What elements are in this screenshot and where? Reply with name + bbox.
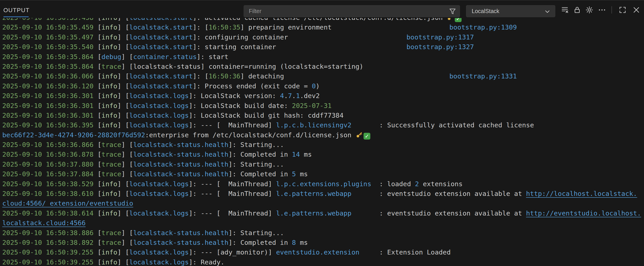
log-text-segment: ] preparing environment (240, 23, 332, 31)
log-text-segment: [ (98, 18, 102, 21)
log-url-link[interactable]: localstack.cloud:4566 (2, 219, 86, 227)
log-text-segment: ]: LocalStack version: (189, 92, 280, 100)
log-text-segment: ] [ (121, 239, 133, 246)
log-text-segment: info (102, 112, 117, 119)
log-text-segment: ] [ (121, 170, 133, 178)
log-text-segment: [ (98, 239, 102, 246)
log-text-segment: : Extension Loaded (360, 249, 451, 256)
log-text-segment: 2 (415, 180, 419, 188)
log-line: 2025-09-10 16:50:35.540 [info] [localsta… (0, 42, 644, 52)
log-text-segment: ] [ (118, 121, 130, 129)
log-text-segment: ]: Completed in (228, 150, 292, 158)
log-text-segment: localstack-status.health (133, 239, 228, 246)
log-text-segment: ms (300, 150, 312, 158)
expand-icon[interactable] (618, 6, 626, 14)
tab-output-active-underline (4, 16, 29, 17)
log-url-link[interactable]: http://eventstudio.localhost. (526, 209, 641, 217)
log-text-segment: [ (98, 63, 102, 70)
log-text-segment: ] [ (118, 33, 130, 41)
log-text-segment: : eventstudio extension available at (351, 209, 526, 217)
panel-toolbar: OUTPUT LocalStack (0, 0, 644, 18)
filter-input[interactable] (244, 5, 447, 17)
log-text-segment: :enterprise from /etc/localstack/conf.d/… (145, 131, 356, 139)
output-log-viewport[interactable]: 2025-09-10 16:50:35.458 [info] [localsta… (0, 18, 644, 266)
log-text-segment: ]: starting container (193, 43, 276, 51)
log-text-segment: 2025-09-10 16:50:35.459 (2, 23, 98, 31)
source-location-link[interactable]: bootstrap.py:1317 (406, 32, 474, 42)
lock-icon[interactable] (573, 6, 581, 14)
close-icon[interactable] (632, 6, 640, 14)
log-line: 2025-09-10 16:50:36.301 [info] [localsta… (0, 91, 644, 101)
log-text-segment: localstack-status.health (133, 170, 228, 178)
log-url-link[interactable]: cloud:4566/_extension/eventstudio (2, 200, 133, 207)
log-url-link[interactable]: http://localhost.localstack. (526, 190, 637, 197)
source-location-link[interactable]: bootstrap.py:1309 (449, 22, 517, 32)
log-text-segment: localstack.start (129, 43, 192, 51)
log-text-segment: info (102, 102, 117, 110)
log-line: 2025-09-10 16:50:36.878 [trace] [localst… (0, 150, 644, 159)
log-text-segment: localstack.logs (129, 112, 189, 119)
log-text-segment: 5 (292, 170, 296, 178)
log-text-segment: 2025-09-10 16:50:37.880 (2, 160, 98, 168)
log-text-segment: trace (102, 150, 121, 158)
log-text-segment: ] [ (118, 92, 130, 100)
log-text-segment: [ (98, 150, 102, 158)
log-text-segment: debug (102, 53, 121, 61)
log-text-segment: : loaded (371, 180, 415, 188)
log-text-segment: [ (98, 249, 102, 256)
log-text-segment: [ (98, 72, 102, 80)
log-text-segment: ]: [ (193, 72, 209, 80)
log-text-segment: ] [ (118, 18, 130, 21)
log-text-segment: info (102, 33, 117, 41)
log-text-segment: ]: Process ended (exit code = (193, 82, 312, 90)
log-text-segment: trace (102, 141, 121, 148)
log-text-segment: 2025-09-10 16:50:38.886 (2, 229, 98, 237)
log-line: 2025-09-10 16:50:36.301 [info] [localsta… (0, 101, 644, 111)
log-text-segment: 2025-09-10 16:50:38.614 (2, 209, 98, 217)
log-text-segment: [ (98, 170, 102, 178)
log-line: 2025-09-10 16:50:35.864 [debug] [contain… (0, 52, 644, 62)
log-text-segment: ]: --- [ MainThread] (189, 209, 276, 217)
log-text-segment: localstack.start (129, 23, 192, 31)
source-location-link[interactable]: bootstrap.py:1331 (449, 71, 517, 81)
check-emoji: ✓ (455, 18, 462, 22)
clear-output-icon[interactable] (561, 6, 569, 14)
log-text-segment: l.e.patterns.webapp (276, 209, 352, 217)
log-text-segment: localstack.start (129, 18, 192, 21)
log-text-segment: 2025-09-10 16:50:36.301 (2, 102, 98, 110)
ellipsis-icon[interactable] (598, 6, 606, 14)
log-text-segment: ] [ (118, 102, 130, 110)
log-line: 2025-09-10 16:50:38.610 [info] [localsta… (0, 189, 644, 199)
log-text-segment: 0 (312, 82, 316, 90)
log-text-segment: ]: activated cached license /etc/localst… (193, 18, 447, 21)
log-text-segment: extensions (419, 180, 462, 188)
log-text-segment: ms (296, 239, 308, 246)
source-location-link[interactable]: bootstrap.py:1327 (406, 42, 474, 52)
log-line: 2025-09-10 16:50:38.892 [trace] [localst… (0, 238, 644, 248)
gear-icon[interactable] (585, 6, 594, 14)
log-text-segment: info (102, 180, 117, 188)
log-text-segment: 4 (280, 92, 284, 100)
tab-output[interactable]: OUTPUT (4, 7, 30, 14)
log-line: 2025-09-10 16:50:38.614 [info] [localsta… (0, 209, 644, 218)
log-text-segment: [ (98, 190, 102, 197)
output-channel-select[interactable]: LocalStack (466, 5, 555, 17)
log-text-segment: ] [ (118, 249, 130, 256)
log-text-segment: trace (102, 229, 121, 237)
log-text-segment: ]: --- [ady_monitor)] (189, 249, 276, 256)
log-line: 2025-09-10 16:50:38.529 [info] [localsta… (0, 179, 644, 189)
log-text-segment: ] [ (118, 23, 130, 31)
funnel-icon[interactable] (448, 7, 456, 15)
log-text-segment: ]: Starting... (228, 229, 284, 237)
log-text-segment: [ (98, 180, 102, 188)
log-text-segment: 2025-09-10 16:50:35.458 (2, 18, 98, 21)
log-text-segment: info (102, 249, 117, 256)
log-text-segment: ]: Completed in (228, 170, 292, 178)
log-text-segment: [ (98, 92, 102, 100)
log-text-segment: 2025-09-10 16:50:36.866 (2, 141, 98, 148)
log-text-segment: localstack.logs (129, 180, 189, 188)
log-text-segment: [ (98, 23, 102, 31)
log-text-segment: ]: Starting... (228, 141, 284, 148)
log-text-segment: 2025-09-10 16:50:35.864 (2, 53, 98, 61)
log-text-segment: ] [ (118, 112, 130, 119)
